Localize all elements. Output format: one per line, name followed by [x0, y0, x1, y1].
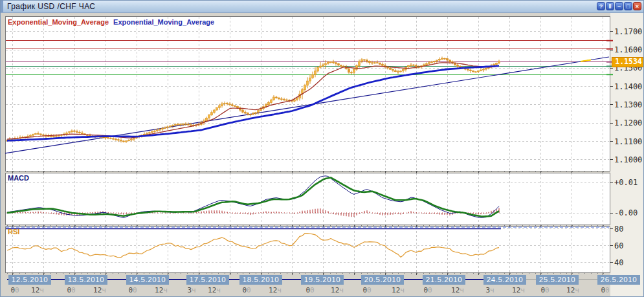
candle-body: [439, 60, 441, 60]
candle-body: [410, 65, 412, 65]
candle-body: [40, 134, 42, 135]
candle-body: [224, 104, 226, 104]
candle-body: [58, 135, 60, 136]
time-label: 3ч: [485, 286, 494, 294]
candle-body: [71, 131, 73, 132]
candle-body: [281, 99, 283, 100]
current-price-badge: 1.1534: [612, 57, 644, 67]
panel-backgrounds: [5, 16, 610, 272]
candle-body: [76, 131, 78, 132]
time-label: 12ч: [392, 286, 405, 294]
candle-body: [234, 105, 236, 106]
candle-body: [151, 132, 153, 133]
candle-body: [115, 139, 117, 140]
candle-body: [416, 65, 417, 67]
help-button[interactable]: ?: [597, 2, 605, 10]
ema-slow-label: Exponential_Moving_Average: [113, 18, 214, 26]
candle-body: [123, 141, 125, 142]
candle-body: [107, 138, 109, 138]
candle-body: [175, 125, 177, 126]
candle-body: [478, 71, 480, 71]
time-label: 00: [540, 286, 549, 294]
maximize-button[interactable]: □: [624, 2, 632, 10]
candle-body: [146, 133, 148, 134]
candle-body: [167, 127, 169, 127]
candle-body: [317, 67, 319, 71]
candle-body: [392, 69, 394, 71]
titlebar-accent: [1, 1, 3, 12]
candle-body: [227, 104, 228, 104]
candle-body: [170, 126, 172, 127]
chart-canvas: [1, 1, 644, 297]
candle-body: [258, 111, 260, 113]
minimize-button[interactable]: –: [615, 2, 623, 10]
candle-body: [271, 100, 272, 102]
pause-button[interactable]: ‖: [606, 2, 614, 10]
candle-body: [309, 78, 311, 81]
candle-body: [480, 70, 482, 71]
time-label: 12ч: [31, 286, 44, 294]
candle-body: [431, 62, 433, 63]
candle-body: [472, 71, 474, 71]
candle-body: [120, 140, 122, 141]
candle-body: [315, 71, 316, 75]
candle-body: [206, 118, 208, 121]
candle-body: [485, 69, 487, 69]
date-badge: 18.5.2010: [239, 275, 282, 285]
time-label: 12ч: [269, 286, 282, 294]
time-label: 00: [362, 286, 371, 294]
candle-body: [82, 133, 83, 134]
main-chart-panel: [5, 16, 610, 171]
candle-body: [348, 69, 350, 72]
close-button[interactable]: ×: [633, 2, 641, 10]
candle-body: [397, 72, 399, 72]
candle-body: [340, 65, 342, 67]
macd-axis-label: +0.01: [614, 178, 644, 187]
time-label: 12ч: [512, 286, 525, 294]
title-bar[interactable]: График USD /CHF ЧАС ?‖–□×: [1, 1, 644, 13]
date-badge: 21.5.2010: [423, 275, 465, 285]
candle-body: [110, 138, 112, 138]
candle-body: [426, 63, 428, 65]
candle-body: [162, 128, 164, 129]
candle-body: [359, 61, 361, 66]
candle-body: [27, 137, 29, 137]
window-buttons: ?‖–□×: [596, 2, 641, 14]
price-axis-label: 1.1200: [614, 118, 644, 127]
price-axis-label: 1.1700: [614, 27, 644, 36]
candle-body: [32, 135, 34, 135]
candle-body: [157, 130, 159, 131]
candle-body: [467, 69, 469, 70]
rsi-axis-label: 60: [614, 241, 644, 250]
candle-body: [273, 97, 275, 100]
candle-body: [372, 63, 373, 63]
candle-body: [69, 132, 71, 133]
candle-body: [113, 138, 115, 139]
candle-body: [180, 124, 182, 125]
time-label: 12ч: [93, 286, 106, 294]
candle-body: [66, 133, 68, 134]
candle-body: [128, 140, 130, 140]
window-title: График USD /CHF ЧАС: [7, 1, 95, 12]
candle-body: [247, 113, 249, 115]
candle-body: [177, 124, 179, 125]
time-label: 12ч: [208, 286, 221, 294]
candle-body: [444, 58, 446, 59]
candle-body: [164, 127, 166, 128]
candle-body: [214, 110, 216, 113]
candle-body: [237, 107, 239, 108]
candle-body: [268, 103, 270, 105]
date-badge: 12.5.2010: [8, 275, 51, 285]
price-axis-label: 1.1300: [614, 100, 644, 109]
candle-body: [211, 113, 213, 115]
rsi-panel-label: RSI: [8, 228, 19, 236]
candle-body: [190, 125, 192, 126]
candle-body: [250, 115, 252, 115]
candle-body: [335, 63, 337, 64]
candle-body: [43, 135, 45, 135]
candle-body: [320, 66, 322, 67]
candle-body: [338, 64, 340, 65]
candle-body: [377, 63, 379, 63]
candle-body: [79, 132, 81, 133]
price-axis-label: 1.1000: [614, 155, 644, 164]
